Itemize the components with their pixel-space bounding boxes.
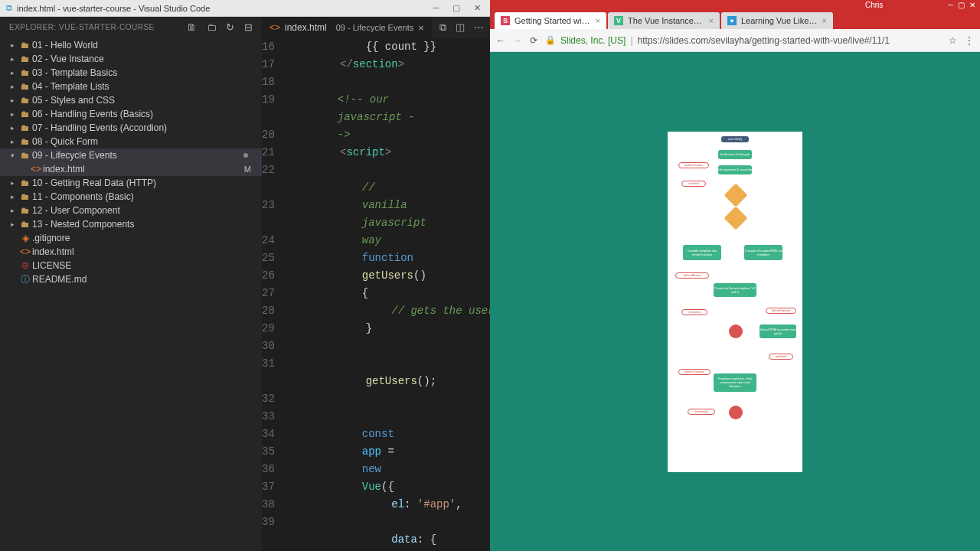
lock-icon: 🔒 bbox=[545, 35, 556, 45]
folder-item[interactable]: ▸🖿01 - Hello World bbox=[0, 38, 262, 52]
chrome-minimize-icon[interactable]: ─ bbox=[948, 1, 953, 9]
folder-item[interactable]: ▸🖿07 - Handling Events (Accordion) bbox=[0, 121, 262, 135]
close-icon[interactable]: ✕ bbox=[474, 3, 481, 13]
star-icon[interactable]: ☆ bbox=[949, 35, 957, 46]
diagram-node: Virtual DOM re-render and patch bbox=[760, 324, 796, 338]
line-gutter: 16171819 202122 23 2425262728293031 3233… bbox=[262, 38, 286, 551]
folder-item[interactable]: ▸🖿04 - Template Lists bbox=[0, 80, 262, 93]
maximize-icon[interactable]: ▢ bbox=[452, 3, 460, 13]
diagram-node: beforeCreate bbox=[678, 162, 709, 168]
tab-filename: index.html bbox=[285, 22, 327, 33]
more-icon[interactable]: ⋯ bbox=[474, 21, 484, 34]
new-folder-icon[interactable]: 🗀 bbox=[207, 21, 217, 33]
tab-close-icon[interactable]: × bbox=[596, 16, 600, 25]
diagram-node: Teardown watchers, child components and … bbox=[714, 373, 756, 392]
forward-icon[interactable]: → bbox=[513, 35, 522, 46]
folder-item[interactable]: ▸🖿10 - Getting Real Data (HTTP) bbox=[0, 176, 262, 190]
diagram-node bbox=[724, 206, 747, 230]
file-tree[interactable]: ▸🖿01 - Hello World▸🖿02 - Vue Instance▸🖿0… bbox=[0, 37, 262, 551]
diagram-node: new Vue() bbox=[721, 136, 749, 142]
vscode-window: ⧉ index.html - vue-starter-course - Visu… bbox=[0, 0, 490, 551]
folder-item[interactable]: ▸🖿03 - Template Basics bbox=[0, 66, 262, 80]
lifecycle-diagram: new Vue()Init Events & LifecyclebeforeCr… bbox=[668, 132, 802, 472]
chrome-close-icon[interactable]: ✕ bbox=[969, 1, 975, 9]
folder-item[interactable]: ▸🖿02 - Vue Instance bbox=[0, 52, 262, 66]
diagram-node: updated bbox=[769, 354, 793, 360]
explorer-title: EXPLORER: VUE-STARTER-COURSE bbox=[9, 23, 155, 31]
folder-item[interactable]: ▸🖿11 - Components (Basic) bbox=[0, 190, 262, 204]
tab-close-icon[interactable]: × bbox=[709, 16, 714, 25]
chrome-window: Chris ─ ▢ ✕ SGetting Started with Vu...×… bbox=[490, 0, 980, 551]
tab-close-icon[interactable]: × bbox=[822, 16, 827, 25]
secure-label: Slides, Inc. [US] bbox=[560, 35, 626, 46]
url-field[interactable]: 🔒 Slides, Inc. [US] | https://slides.com… bbox=[545, 35, 941, 46]
tab-close-icon[interactable]: × bbox=[418, 22, 424, 34]
file-item[interactable]: ⓘREADME.md bbox=[0, 272, 262, 286]
folder-item[interactable]: ▸🖿13 - Nested Components bbox=[0, 217, 262, 231]
editor-area: <> index.html 09 - Lifecycle Events × ⧉ … bbox=[262, 17, 490, 551]
diagram-node: destroyed bbox=[688, 409, 715, 415]
tab-breadcrumb: 09 - Lifecycle Events bbox=[336, 23, 414, 32]
menu-icon[interactable]: ⋮ bbox=[965, 35, 974, 46]
vscode-icon: ⧉ bbox=[6, 3, 12, 13]
diagram-node: mounted bbox=[681, 309, 707, 315]
file-item[interactable]: <>index.htmlM bbox=[0, 162, 262, 176]
diagram-node bbox=[729, 324, 743, 338]
minimize-icon[interactable]: ─ bbox=[433, 3, 439, 13]
address-bar: ← → ⟳ 🔒 Slides, Inc. [US] | https://slid… bbox=[490, 29, 980, 52]
browser-tab[interactable]: SGetting Started with Vu...× bbox=[495, 12, 606, 29]
split-icon[interactable]: ◫ bbox=[456, 21, 465, 34]
explorer-header: EXPLORER: VUE-STARTER-COURSE 🗎 🗀 ↻ ⊟ bbox=[0, 17, 262, 37]
back-icon[interactable]: ← bbox=[496, 35, 505, 46]
new-file-icon[interactable]: 🗎 bbox=[187, 21, 198, 33]
compare-icon[interactable]: ⧉ bbox=[439, 21, 446, 34]
folder-item[interactable]: ▸🖿12 - User Component bbox=[0, 204, 262, 217]
chrome-titlebar: Chris ─ ▢ ✕ bbox=[490, 0, 980, 9]
window-controls: ─ ▢ ✕ bbox=[433, 3, 490, 13]
browser-content[interactable]: new Vue()Init Events & LifecyclebeforeCr… bbox=[490, 52, 980, 551]
diagram-node: beforeMount bbox=[675, 272, 709, 279]
diagram-node: Init Events & Lifecycle bbox=[718, 150, 752, 159]
code-content[interactable]: {{ count }} </section> <!-- our javascri… bbox=[286, 38, 490, 551]
folder-item[interactable]: ▾🖿09 - Lifecycle Events bbox=[0, 148, 262, 162]
chrome-maximize-icon[interactable]: ▢ bbox=[958, 1, 965, 9]
diagram-node: created bbox=[681, 181, 706, 187]
reload-icon[interactable]: ⟳ bbox=[530, 35, 537, 46]
folder-item[interactable]: ▸🖿06 - Handling Events (Basics) bbox=[0, 107, 262, 121]
browser-tabs: SGetting Started with Vu...×VThe Vue Ins… bbox=[490, 9, 980, 29]
titlebar: ⧉ index.html - vue-starter-course - Visu… bbox=[0, 0, 490, 17]
file-item[interactable]: <>index.html bbox=[0, 245, 262, 259]
diagram-node: Compile template into render function bbox=[683, 245, 721, 260]
explorer-sidebar: EXPLORER: VUE-STARTER-COURSE 🗎 🗀 ↻ ⊟ ▸🖿0… bbox=[0, 17, 262, 551]
diagram-node: beforeDestroy bbox=[678, 369, 710, 375]
refresh-icon[interactable]: ↻ bbox=[226, 21, 235, 33]
diagram-node: Create vm.$el and replace "el" with it bbox=[714, 283, 756, 297]
file-item[interactable]: ⊜LICENSE bbox=[0, 259, 262, 272]
diagram-node: beforeUpdate bbox=[766, 308, 796, 314]
html-file-icon: <> bbox=[270, 22, 280, 33]
browser-tab[interactable]: VThe Vue Instance — Vu...× bbox=[608, 12, 720, 29]
folder-item[interactable]: ▸🖿05 - Styles and CSS bbox=[0, 93, 262, 107]
folder-item[interactable]: ▸🖿08 - Quick Form bbox=[0, 135, 262, 148]
chrome-user: Chris bbox=[865, 1, 883, 9]
diagram-node bbox=[724, 183, 747, 207]
window-title: index.html - vue-starter-course - Visual… bbox=[17, 4, 210, 13]
diagram-node bbox=[729, 406, 743, 419]
tab-bar: <> index.html 09 - Lifecycle Events × ⧉ … bbox=[262, 17, 490, 38]
url-text: https://slides.com/sevilayha/getting-sta… bbox=[638, 35, 890, 46]
code-editor[interactable]: 16171819 202122 23 2425262728293031 3233… bbox=[262, 38, 490, 551]
diagram-node: Compile el's outerHTML as template bbox=[744, 245, 782, 260]
browser-tab[interactable]: ●Learning Vue Like a Bo...× bbox=[721, 12, 833, 29]
editor-tab[interactable]: <> index.html 09 - Lifecycle Events × bbox=[262, 17, 432, 38]
file-item[interactable]: ◈.gitignore bbox=[0, 231, 262, 245]
diagram-node: Init injections & reactivity bbox=[718, 165, 752, 174]
collapse-icon[interactable]: ⊟ bbox=[244, 21, 253, 33]
